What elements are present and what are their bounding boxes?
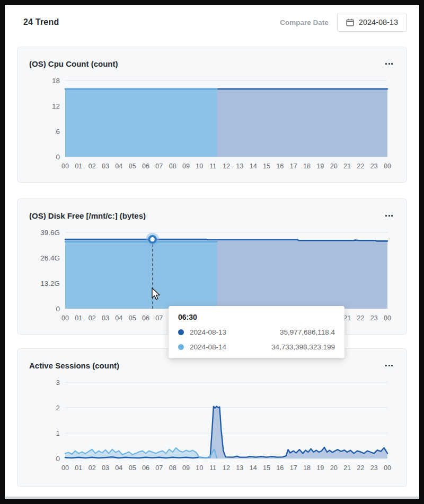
svg-text:16: 16 [276, 163, 284, 170]
svg-text:26.4G: 26.4G [40, 254, 60, 262]
svg-text:21: 21 [343, 464, 351, 472]
svg-text:23: 23 [370, 163, 378, 170]
svg-text:23: 23 [370, 314, 378, 322]
compare-date-picker[interactable]: 2024-08-13 [337, 13, 407, 32]
svg-text:23: 23 [370, 464, 378, 472]
svg-text:3: 3 [56, 379, 60, 386]
bottom-shade [5, 497, 419, 499]
card-menu-button[interactable] [383, 362, 395, 370]
svg-text:16: 16 [276, 464, 284, 472]
cpu-count-chart[interactable]: 1812600001020304050607080910111213141516… [29, 73, 396, 176]
svg-text:20: 20 [330, 163, 338, 170]
svg-text:04: 04 [115, 163, 122, 170]
svg-text:20: 20 [330, 464, 338, 472]
svg-text:22: 22 [357, 464, 364, 472]
card-cpu-count: (OS) Cpu Count (count) 18126000010203040… [17, 47, 407, 183]
series-dot-today [178, 344, 184, 350]
card-menu-button[interactable] [383, 212, 395, 220]
svg-text:09: 09 [182, 464, 190, 472]
svg-text:08: 08 [169, 163, 176, 170]
card-title-cpu-count: (OS) Cpu Count (count) [29, 59, 118, 68]
svg-text:06: 06 [142, 464, 149, 472]
svg-text:12: 12 [52, 102, 60, 110]
svg-text:05: 05 [129, 464, 136, 472]
chart-tooltip: 06:30 2024-08-13 35,977,686,118.4 2024-0… [169, 306, 344, 358]
svg-text:17: 17 [290, 464, 297, 472]
svg-text:07: 07 [155, 163, 163, 170]
svg-text:03: 03 [102, 163, 109, 170]
tooltip-time: 06:30 [178, 313, 335, 321]
svg-text:00: 00 [61, 314, 69, 322]
card-header: Active Sessions (count) [29, 358, 395, 372]
header-right: Compare Date 2024-08-13 [280, 13, 407, 32]
svg-text:18: 18 [303, 163, 311, 170]
card-header: (OS) Cpu Count (count) [29, 57, 395, 70]
svg-text:17: 17 [290, 163, 297, 170]
svg-text:14: 14 [250, 163, 257, 170]
svg-text:01: 01 [75, 163, 82, 170]
page-title: 24 Trend [17, 17, 59, 27]
svg-text:04: 04 [115, 314, 122, 322]
svg-text:15: 15 [263, 464, 270, 472]
svg-text:10: 10 [196, 464, 203, 472]
svg-text:12: 12 [223, 163, 230, 170]
svg-text:01: 01 [75, 314, 82, 322]
svg-text:13: 13 [236, 163, 243, 170]
tooltip-row: 2024-08-14 34,733,398,323.199 [178, 343, 335, 351]
svg-text:14: 14 [250, 464, 257, 472]
tooltip-series-value: 34,733,398,323.199 [271, 343, 335, 351]
svg-text:22: 22 [357, 163, 364, 170]
svg-text:07: 07 [155, 314, 163, 322]
svg-text:00: 00 [61, 464, 69, 472]
card-header: (OS) Disk Free [/mnt/c:] (bytes) [29, 209, 395, 222]
svg-text:09: 09 [182, 163, 190, 170]
dashboard-page: 24 Trend Compare Date 2024-08-13 (OS) Cp… [0, 0, 424, 504]
calendar-icon [346, 19, 354, 26]
svg-text:15: 15 [263, 163, 270, 170]
svg-text:05: 05 [129, 314, 136, 322]
svg-text:00: 00 [384, 464, 391, 472]
tooltip-row: 2024-08-13 35,977,686,118.4 [178, 328, 335, 336]
svg-text:03: 03 [102, 464, 109, 472]
svg-text:0: 0 [56, 305, 60, 313]
svg-text:13.2G: 13.2G [40, 280, 60, 287]
tooltip-series-value: 35,977,686,118.4 [280, 328, 335, 336]
svg-text:03: 03 [102, 314, 109, 322]
svg-text:02: 02 [89, 314, 96, 322]
card-menu-button[interactable] [383, 60, 395, 68]
svg-text:06: 06 [142, 314, 149, 322]
svg-text:19: 19 [316, 163, 324, 170]
svg-text:18: 18 [52, 77, 60, 85]
card-active-sessions: Active Sessions (count) 3210000102030405… [17, 348, 407, 487]
svg-text:13: 13 [236, 464, 243, 472]
svg-text:21: 21 [343, 314, 351, 322]
svg-text:00: 00 [384, 314, 391, 322]
svg-text:08: 08 [169, 464, 176, 472]
svg-text:0: 0 [56, 153, 60, 161]
svg-text:01: 01 [75, 464, 82, 472]
svg-text:22: 22 [357, 314, 364, 322]
svg-text:39.6G: 39.6G [40, 229, 60, 237]
svg-text:6: 6 [56, 128, 60, 136]
svg-text:04: 04 [115, 464, 122, 472]
svg-text:02: 02 [89, 464, 96, 472]
svg-text:05: 05 [129, 163, 136, 170]
compare-date-value: 2024-08-13 [359, 18, 398, 26]
card-title-disk-free: (OS) Disk Free [/mnt/c:] (bytes) [29, 211, 146, 220]
svg-text:06: 06 [142, 163, 149, 170]
svg-text:0: 0 [56, 455, 60, 463]
compare-date-label: Compare Date [280, 19, 329, 26]
page-header: 24 Trend Compare Date 2024-08-13 [17, 12, 407, 33]
tooltip-series-date: 2024-08-13 [190, 328, 226, 336]
svg-text:11: 11 [209, 163, 216, 170]
tooltip-series-date: 2024-08-14 [190, 343, 226, 351]
svg-text:00: 00 [384, 163, 391, 170]
svg-text:12: 12 [223, 464, 230, 472]
svg-text:07: 07 [155, 464, 163, 472]
active-sessions-chart[interactable]: 3210000102030405060708091011121314151617… [29, 374, 396, 478]
svg-text:11: 11 [209, 464, 216, 472]
svg-text:21: 21 [343, 163, 351, 170]
svg-text:18: 18 [303, 464, 311, 472]
svg-text:19: 19 [316, 464, 324, 472]
svg-text:02: 02 [89, 163, 96, 170]
